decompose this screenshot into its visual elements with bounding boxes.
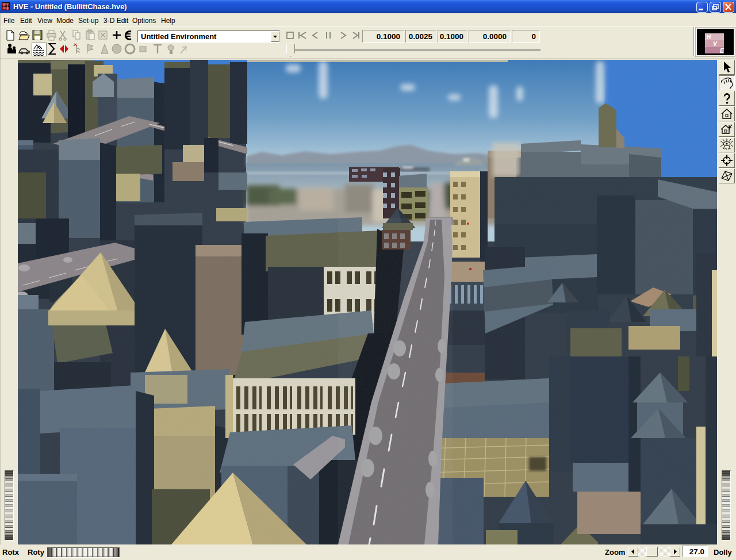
svg-text:H: H [707,34,711,40]
svg-text:E: E [720,48,724,54]
